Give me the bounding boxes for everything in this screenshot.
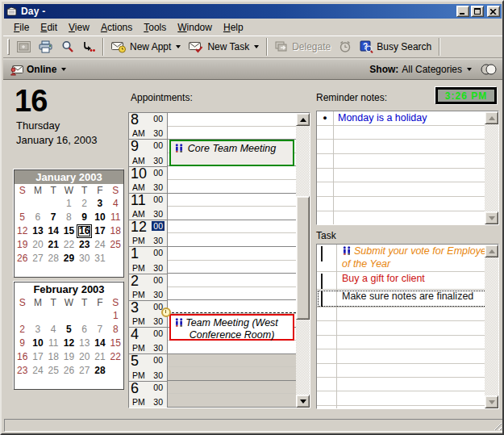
resize-grip-icon[interactable] [492,420,502,430]
note-row[interactable] [317,126,498,140]
hour-1pm[interactable]: 1PM0030 [129,247,167,274]
calendar-day-27[interactable]: 27 [77,364,92,378]
menu-tools[interactable]: Tools [138,20,172,35]
minute-label-30[interactable]: 30 [153,263,163,273]
minute-label-30[interactable]: 30 [153,128,163,138]
task-checkbox[interactable] [321,291,323,307]
hour-2pm[interactable]: 2PM0030 [129,274,167,301]
time-slot[interactable] [168,233,296,247]
calendar-day-12[interactable]: 12 [15,224,30,238]
calendar-day-24[interactable]: 24 [92,238,107,252]
minute-label-00[interactable]: 00 [153,248,163,257]
note-row[interactable] [317,169,498,183]
calendar-day-14[interactable]: 14 [92,337,107,350]
busy-search-button[interactable]: ? Busy Search [356,37,435,56]
calendar-day-18[interactable]: 18 [46,350,61,364]
note-row[interactable] [317,154,498,169]
time-slot[interactable] [168,287,296,301]
hour-12pm[interactable]: 12PM0030 [129,220,167,247]
calendar-day-18[interactable]: 18 [108,224,123,238]
online-selector[interactable]: Online [10,64,66,76]
calendar-day-17[interactable]: 17 [92,224,107,238]
minute-label-30[interactable]: 30 [153,209,163,219]
scroll-down-button[interactable] [485,211,498,224]
calendar-day-25[interactable]: 25 [46,364,61,378]
time-slot[interactable] [168,367,296,381]
calendar-day-25[interactable]: 25 [108,238,123,252]
task-checkbox[interactable] [321,246,323,261]
time-slot[interactable] [168,261,296,274]
calendar-day-1[interactable]: 1 [108,309,123,323]
calendar-day-5[interactable]: 5 [61,323,77,337]
calendar-day-31[interactable]: 31 [92,252,107,266]
search-button[interactable] [57,37,78,56]
calendar-day-21[interactable]: 21 [92,350,107,364]
calendar-day-1[interactable]: 1 [61,197,77,211]
hour-10am[interactable]: 10AM0030 [129,167,167,194]
menu-window[interactable]: Window [172,20,218,35]
task-row-empty[interactable] [317,364,498,378]
minute-label-30[interactable]: 30 [153,182,163,192]
note-row[interactable]: ●Monday is a holiday [317,111,498,126]
task-checkbox[interactable] [321,274,323,289]
calendar-day-22[interactable]: 22 [61,238,77,252]
calendar-day-23[interactable]: 23 [77,238,92,252]
calendar-day-26[interactable]: 26 [61,364,77,378]
calendar-day-21[interactable]: 21 [46,238,61,252]
maximize-button[interactable] [471,6,484,17]
time-slot[interactable] [168,127,296,140]
time-slot[interactable] [168,394,296,408]
calendar-day-29[interactable]: 29 [61,252,77,266]
hour-5pm[interactable]: 5PM0030 [129,354,167,381]
calendar-day-10[interactable]: 10 [92,211,107,224]
minimize-button[interactable] [456,6,469,17]
calendar-day-20[interactable]: 20 [30,238,45,252]
minute-label-30[interactable]: 30 [153,290,163,299]
task-row-empty[interactable] [317,336,498,349]
calendar-day-20[interactable]: 20 [77,350,92,364]
minute-label-30[interactable]: 30 [153,370,163,380]
scroll-up-button[interactable] [296,113,310,126]
time-slot[interactable] [168,207,296,220]
scrollbar-thumb[interactable] [296,196,310,320]
minute-label-00[interactable]: 00 [152,221,165,231]
calendar-day-4[interactable]: 4 [46,323,61,337]
hour-4pm[interactable]: 4PM0030 [129,328,167,354]
calendar-day-24[interactable]: 24 [30,364,45,378]
show-dropdown-icon[interactable] [467,68,472,71]
minute-label-00[interactable]: 00 [153,328,163,338]
menu-view[interactable]: View [63,20,95,35]
notes-scrollbar[interactable] [485,111,498,224]
task-row-empty[interactable] [317,406,498,409]
task-row-empty[interactable] [317,349,498,363]
categories-icon[interactable] [480,63,498,76]
minute-label-30[interactable]: 30 [153,316,163,326]
minute-label-30[interactable]: 30 [153,156,163,165]
time-slot[interactable] [168,341,296,354]
minute-label-00[interactable]: 00 [153,140,163,150]
minute-label-30[interactable]: 30 [153,397,163,407]
time-slot[interactable] [168,247,296,261]
calendar-day-3[interactable]: 3 [30,323,45,337]
calendar-day-22[interactable]: 22 [108,350,123,364]
appointment-event[interactable]: Core Team Meeting [169,140,294,166]
minute-label-00[interactable]: 00 [153,114,163,123]
calendar-day-9[interactable]: 9 [77,211,92,224]
task-row-empty[interactable] [317,378,498,391]
appointment-event[interactable]: Team Meeting (West Conference Room) [169,314,294,341]
calendar-day-15[interactable]: 15 [61,224,77,238]
task-row-empty[interactable] [317,321,498,335]
toolbar-grip[interactable] [7,39,10,55]
calendar-day-3[interactable]: 3 [92,197,107,211]
minute-label-00[interactable]: 00 [153,194,163,204]
time-slot[interactable] [168,354,296,368]
note-row[interactable] [317,197,498,211]
scroll-down-button[interactable] [485,395,498,408]
hour-11am[interactable]: 11AM0030 [129,194,167,220]
task-row[interactable]: Submit your vote for Employee of the Yea… [317,245,498,272]
minute-label-30[interactable]: 30 [153,343,163,353]
menu-help[interactable]: Help [218,20,249,35]
print-button[interactable] [35,37,57,56]
new-task-button[interactable]: New Task [185,37,263,56]
minute-label-30[interactable]: 30 [153,236,163,245]
